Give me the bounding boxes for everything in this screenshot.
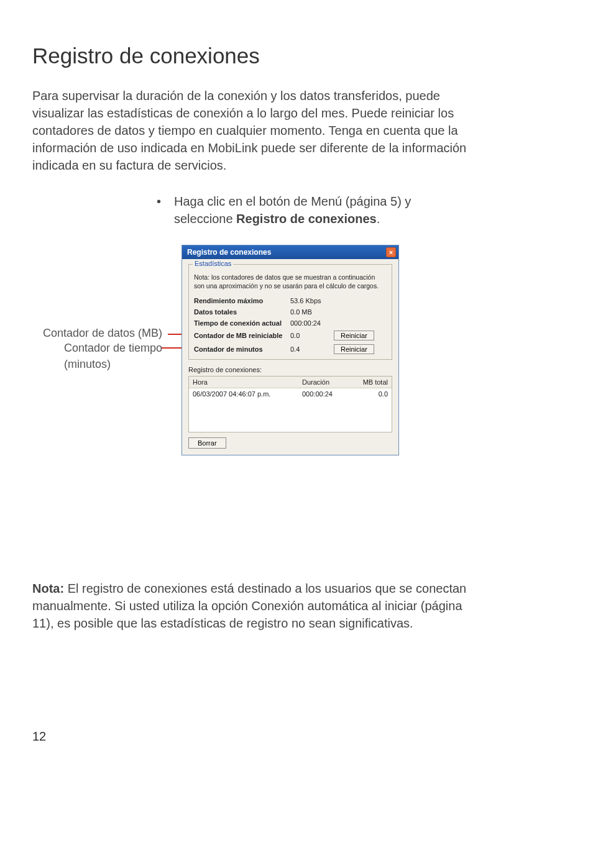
stat-row-mb-counter: Contador de MB reiniciable 0.0 Reiniciar bbox=[194, 331, 387, 340]
intro-paragraph: Para supervisar la duración de la conexi… bbox=[32, 87, 480, 174]
stat-value: 0.4 bbox=[290, 345, 334, 353]
stat-row-max-throughput: Rendimiento máximo 53.6 Kbps bbox=[194, 297, 387, 304]
page-number: 12 bbox=[32, 729, 46, 744]
bullet-dot-icon: • bbox=[157, 193, 174, 227]
stat-label: Tiempo de conexión actual bbox=[194, 319, 290, 327]
figure-area: Contador de datos (MB) Contador de tiemp… bbox=[32, 245, 561, 455]
log-table-header: Hora Duración MB total bbox=[189, 377, 392, 388]
stat-value: 53.6 Kbps bbox=[290, 297, 334, 304]
bullet-suffix: . bbox=[377, 212, 380, 226]
cell-mb: 0.0 bbox=[348, 388, 392, 400]
callout-data-counter: Contador de datos (MB) bbox=[43, 327, 162, 340]
callout-time-counter: Contador de tiempo bbox=[64, 342, 162, 355]
log-table: Hora Duración MB total 06/03/2007 04:46:… bbox=[188, 376, 392, 432]
bullet-bold: Registro de conexiones bbox=[236, 212, 377, 226]
dialog-titlebar: Registro de conexiones × bbox=[182, 245, 398, 259]
stat-value: 0.0 bbox=[290, 332, 334, 339]
page-title: Registro de conexiones bbox=[32, 43, 561, 68]
stat-label: Datos totales bbox=[194, 308, 290, 316]
stat-label: Contador de MB reiniciable bbox=[194, 332, 290, 339]
callouts: Contador de datos (MB) Contador de tiemp… bbox=[32, 245, 182, 450]
stat-row-total-data: Datos totales 0.0 MB bbox=[194, 308, 387, 316]
stat-value: 000:00:24 bbox=[290, 319, 334, 327]
close-icon[interactable]: × bbox=[386, 247, 396, 257]
cell-dur: 000:00:24 bbox=[298, 388, 348, 400]
col-dur: Duración bbox=[298, 377, 348, 388]
cell-hora: 06/03/2007 04:46:07 p.m. bbox=[189, 388, 298, 400]
dialog-title: Registro de conexiones bbox=[187, 248, 271, 257]
callout-time-unit: (minutos) bbox=[64, 358, 111, 371]
col-hora: Hora bbox=[189, 377, 298, 388]
stat-row-current-time: Tiempo de conexión actual 000:00:24 bbox=[194, 319, 387, 327]
nota-label: Nota: bbox=[32, 582, 64, 595]
log-subhead: Registro de conexiones: bbox=[188, 366, 392, 373]
col-mb: MB total bbox=[348, 377, 392, 388]
stats-note-2: son una aproximación y no se usarán para… bbox=[194, 282, 387, 290]
nota-paragraph: Nota: El registro de conexiones está des… bbox=[32, 580, 480, 632]
stat-value: 0.0 MB bbox=[290, 308, 334, 316]
table-row: 06/03/2007 04:46:07 p.m. 000:00:24 0.0 bbox=[189, 388, 392, 400]
stat-label: Rendimiento máximo bbox=[194, 297, 290, 304]
borrar-button[interactable]: Borrar bbox=[188, 437, 226, 449]
stats-note-1: Nota: los contadores de datos que se mue… bbox=[194, 273, 387, 281]
bullet-item: • Haga clic en el botón de Menú (página … bbox=[157, 193, 443, 227]
reset-mb-button[interactable]: Reiniciar bbox=[334, 331, 374, 340]
stats-groupbox: Estadísticas Nota: los contadores de dat… bbox=[188, 264, 392, 360]
stat-label: Contador de minutos bbox=[194, 345, 290, 353]
groupbox-legend: Estadísticas bbox=[193, 260, 233, 267]
nota-text: El registro de conexiones está destinado… bbox=[32, 582, 466, 630]
dialog-window: Registro de conexiones × Estadísticas No… bbox=[182, 245, 399, 455]
reset-min-button[interactable]: Reiniciar bbox=[334, 344, 374, 354]
stat-row-minutes-counter: Contador de minutos 0.4 Reiniciar bbox=[194, 344, 387, 354]
